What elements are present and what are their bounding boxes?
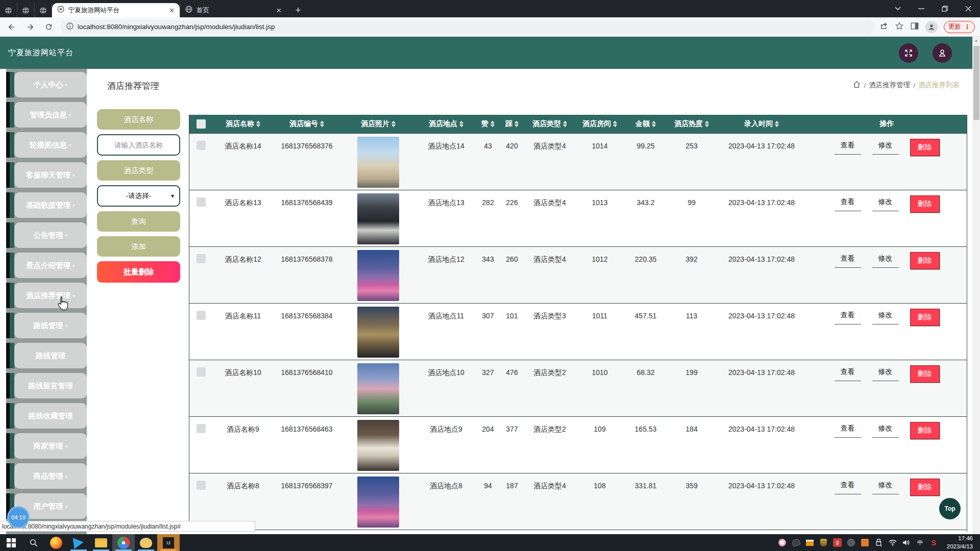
taskbar-search-icon[interactable]	[22, 534, 45, 551]
column-header[interactable]: 录入时间	[716, 119, 807, 129]
column-header[interactable]: 酒店房间	[575, 119, 624, 129]
edit-link[interactable]: 修改	[872, 479, 899, 494]
column-header[interactable]: 酒店照片	[340, 119, 416, 129]
reload-icon[interactable]	[42, 20, 55, 34]
tab-close-icon[interactable]: ✕	[276, 7, 282, 14]
delete-button[interactable]: 删除	[910, 479, 940, 496]
pinned-tab-globe-icon[interactable]	[35, 3, 52, 17]
sidebar-button[interactable]: 路线管理▾	[14, 313, 87, 338]
hotel-photo[interactable]	[357, 193, 399, 244]
edit-link[interactable]: 修改	[872, 195, 899, 211]
hotel-photo[interactable]	[357, 307, 399, 358]
forward-icon[interactable]	[23, 20, 37, 34]
batch-delete-button[interactable]: 批量删除	[97, 261, 180, 283]
taskbar-chrome-icon[interactable]	[112, 534, 135, 551]
hotel-photo[interactable]	[357, 420, 399, 471]
sidebar-item[interactable]: 景点介绍管理▾	[6, 253, 87, 278]
browser-tab-active[interactable]: 宁夏旅游网站平台 ✕	[52, 3, 180, 17]
delete-button[interactable]: 删除	[910, 365, 940, 383]
view-link[interactable]: 查看	[835, 252, 861, 268]
sidebar-item[interactable]: 商品管理▾	[6, 463, 87, 489]
hotel-photo[interactable]	[357, 363, 399, 414]
sidebar-button[interactable]: 路线管理	[14, 343, 87, 368]
sidebar-button[interactable]: 景点介绍管理▾	[14, 253, 87, 278]
tray-shield-icon[interactable]	[819, 538, 828, 547]
tray-java-icon[interactable]	[861, 538, 869, 547]
address-bar[interactable]: localhost:8080/ningxialvyouwangzhan/jsp/…	[60, 20, 874, 34]
select-all-checkbox[interactable]	[197, 119, 206, 129]
tray-window-icon[interactable]	[805, 538, 814, 547]
sidebar-button[interactable]: 轮播图信息▾	[14, 132, 87, 158]
delete-button[interactable]: 删除	[910, 139, 940, 156]
sidebar-item[interactable]: 基础数据管理▾	[6, 192, 87, 218]
hotel-type-select[interactable]: -请选择- ▾	[97, 185, 180, 207]
taskbar-clock[interactable]: 17:46 2023/4/13	[943, 535, 976, 550]
scrollbar-thumb[interactable]	[973, 46, 979, 120]
fullscreen-button[interactable]	[899, 43, 918, 63]
tray-usb-icon[interactable]	[874, 538, 883, 547]
sidebar-button[interactable]: 公告管理▾	[14, 222, 87, 248]
taskbar-firefox-icon[interactable]	[45, 534, 67, 551]
tray-wifi-icon[interactable]	[888, 538, 897, 547]
window-close-button[interactable]	[957, 0, 980, 17]
user-profile-button[interactable]	[933, 43, 952, 63]
sidebar-button[interactable]: 路线收藏管理	[14, 403, 87, 429]
edit-link[interactable]: 修改	[872, 252, 899, 268]
sort-arrows-icon[interactable]	[391, 121, 396, 127]
sidebar-button[interactable]: 商家管理▾	[14, 433, 87, 459]
edit-link[interactable]: 修改	[872, 309, 899, 324]
menu-kebab-icon[interactable]: ⋮	[964, 26, 970, 28]
tray-satellite-icon[interactable]	[792, 538, 800, 547]
row-checkbox[interactable]	[197, 311, 206, 320]
sidebar-button[interactable]: 酒店推荐管理▾	[14, 283, 87, 308]
taskbar-intellij-icon[interactable]: IJ	[157, 534, 180, 551]
browser-profile-avatar[interactable]	[925, 21, 938, 33]
sort-arrows-icon[interactable]	[491, 121, 495, 127]
sidebar-item[interactable]: 路线留言管理	[6, 373, 87, 398]
sidebar-item[interactable]: 管理员信息▾	[6, 102, 87, 128]
tray-flower-icon[interactable]	[778, 538, 787, 547]
sidebar-item[interactable]: 酒店推荐管理▾	[6, 283, 87, 308]
start-button[interactable]	[0, 534, 22, 551]
view-link[interactable]: 查看	[835, 309, 861, 324]
search-button[interactable]: 查询	[97, 211, 180, 232]
sidebar-item[interactable]: 个人中心▾	[6, 72, 87, 97]
tray-ime-icon[interactable]: 中	[916, 538, 924, 547]
sort-arrows-icon[interactable]	[320, 121, 324, 127]
share-icon[interactable]	[879, 21, 889, 33]
column-header[interactable]: 酒店地点	[416, 119, 476, 129]
tray-app9-icon[interactable]: 9	[833, 538, 842, 547]
taskbar-navicat-icon[interactable]	[135, 534, 157, 551]
edit-link[interactable]: 修改	[872, 365, 899, 381]
add-button[interactable]: 添加	[97, 236, 180, 257]
column-header[interactable]: 酒店编号	[273, 119, 340, 129]
sidebar-item[interactable]: 路线管理	[6, 343, 87, 368]
row-checkbox[interactable]	[197, 424, 206, 433]
column-header[interactable]: 酒店热度	[667, 119, 716, 129]
sidebar-item[interactable]: 轮播图信息▾	[6, 132, 87, 158]
view-link[interactable]: 查看	[835, 139, 861, 155]
tab-search-chevron-icon[interactable]	[886, 0, 910, 17]
view-link[interactable]: 查看	[835, 422, 861, 438]
column-header[interactable]: 赞	[476, 119, 500, 129]
column-header[interactable]: 酒店类型	[524, 119, 575, 129]
sidebar-button[interactable]: 客服聊天管理▾	[14, 162, 87, 188]
sort-arrows-icon[interactable]	[775, 121, 779, 127]
row-checkbox[interactable]	[197, 367, 206, 377]
pinned-tab-globe-icon[interactable]	[17, 3, 35, 17]
row-checkbox[interactable]	[197, 141, 206, 150]
window-restore-button[interactable]	[933, 0, 957, 17]
view-link[interactable]: 查看	[835, 195, 861, 211]
sidebar-button[interactable]: 商品管理▾	[14, 463, 87, 489]
window-minimize-button[interactable]	[910, 0, 933, 17]
sidebar-button[interactable]: 管理员信息▾	[14, 102, 87, 128]
sidebar-item[interactable]: 客服聊天管理▾	[6, 162, 87, 188]
hotel-photo[interactable]	[357, 477, 399, 528]
tab-close-icon[interactable]: ✕	[169, 7, 175, 14]
bookmark-star-icon[interactable]	[895, 21, 904, 33]
sort-arrows-icon[interactable]	[705, 121, 709, 127]
view-link[interactable]: 查看	[835, 479, 861, 494]
column-header[interactable]: 踩	[500, 119, 524, 129]
column-header[interactable]: 酒店名称	[213, 119, 273, 129]
tray-sogou-icon[interactable]: S	[929, 538, 938, 547]
